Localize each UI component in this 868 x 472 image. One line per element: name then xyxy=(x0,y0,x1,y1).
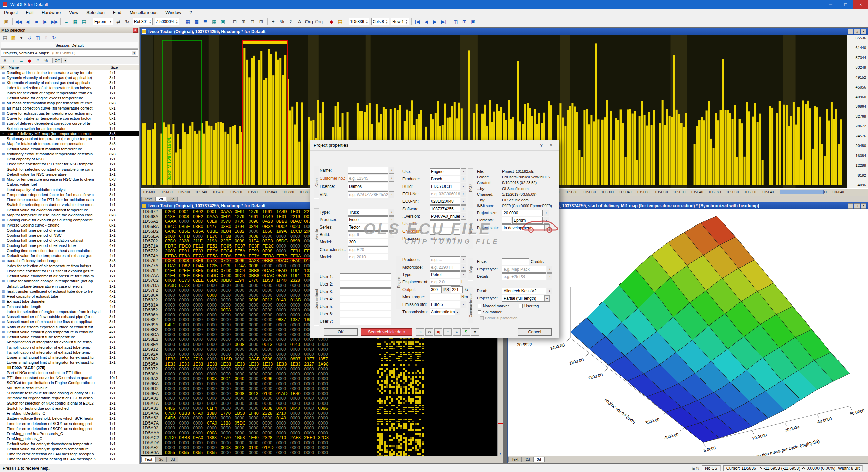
checkbox-user-tag[interactable]: User tag xyxy=(519,304,539,308)
view-map-icon[interactable]: ▦ xyxy=(210,17,219,26)
hex-cell[interactable]: 0000 xyxy=(318,411,332,416)
hex-cell[interactable]: 0DAC xyxy=(276,258,290,263)
hex-cell[interactable]: 01F4 xyxy=(165,268,179,273)
hex-cell[interactable]: 07D0 xyxy=(165,239,179,244)
hex-cell[interactable]: FE7A xyxy=(193,254,207,259)
map-list-item[interactable]: ▦air mass correction curve (for temperat… xyxy=(0,105,139,111)
build-input[interactable]: e.g. 6 xyxy=(348,231,388,238)
hex-cell[interactable]: 0000 xyxy=(318,342,332,347)
hex-cell[interactable]: 0000 xyxy=(249,401,262,406)
hex-cell[interactable]: 0B6A xyxy=(193,229,207,234)
hex-cell[interactable]: 1E33 xyxy=(179,357,193,362)
hex-cell[interactable]: 0000 xyxy=(179,337,193,342)
hex-cell[interactable]: 0000 xyxy=(249,450,262,455)
hex-cell[interactable]: FF33 xyxy=(193,249,207,254)
rotation-spinner[interactable]: Rot:30°▲▼ xyxy=(133,18,153,25)
tab-3d[interactable]: 3d xyxy=(533,457,545,462)
hex-cell[interactable]: 02EE xyxy=(193,278,207,283)
hex-cell[interactable]: 0008 xyxy=(249,298,262,303)
hex-cell[interactable]: 0000 xyxy=(262,332,276,337)
hex-cell[interactable]: 0000 xyxy=(262,303,276,308)
close-button[interactable]: × xyxy=(853,0,868,9)
hex-cell[interactable]: 0000 xyxy=(165,317,179,322)
hex-cell[interactable]: 0000 xyxy=(290,303,304,308)
hex-cell[interactable]: 0000 xyxy=(290,445,304,450)
menu-window[interactable]: Window xyxy=(161,9,185,16)
hex-cell[interactable]: 0000 xyxy=(262,426,276,431)
hex-cell[interactable]: 0000 xyxy=(235,317,249,322)
hex-cell[interactable]: 0000 xyxy=(276,337,290,342)
hexdump-overview-titlebar[interactable]: Iveco Tector (Original), 1037374255, Hex… xyxy=(141,28,868,35)
hex-cell[interactable]: 1B58 xyxy=(235,411,249,416)
hex-cell[interactable]: 0004 xyxy=(276,406,290,411)
menu-hardware[interactable]: Hardware xyxy=(38,9,65,16)
hex-cell[interactable]: FC95 xyxy=(207,263,221,269)
hex-cell[interactable]: 0096 xyxy=(262,376,276,381)
hex-cell[interactable]: 0000 xyxy=(235,337,249,342)
hex-cell[interactable]: 0D02 xyxy=(276,224,290,229)
hex-cell[interactable]: 0000 xyxy=(262,401,276,406)
hex-cell[interactable]: 0BB8 xyxy=(179,435,193,440)
hex-cell[interactable]: 0BB8 xyxy=(262,258,276,263)
map-list-item[interactable]: ▦Cooling half-time period of exhaust tub… xyxy=(0,243,139,248)
vin-input[interactable]: e.g. WAUZZZ8E25A23... xyxy=(348,191,388,198)
cols-spinner[interactable]: Cols:8▲▼ xyxy=(371,18,389,25)
hex-cell[interactable]: 0E91 xyxy=(235,209,249,214)
hex-cell[interactable]: 0000 xyxy=(290,426,304,431)
hex-cell[interactable]: 0000 xyxy=(179,347,193,352)
hex-cell[interactable]: 05DC xyxy=(207,273,221,278)
hex-cell[interactable]: 0000 xyxy=(290,372,304,377)
hex-cell[interactable]: 0000 xyxy=(276,327,290,332)
hex-cell[interactable]: 0000 xyxy=(276,347,290,352)
hex-cell[interactable]: 0000 xyxy=(276,263,290,269)
hex-cell[interactable]: 1E33 xyxy=(179,362,193,367)
hex-cell[interactable]: 05DC xyxy=(235,421,249,426)
menu-[interactable]: ? xyxy=(185,9,196,16)
user6-input[interactable] xyxy=(340,311,391,317)
map-list-item[interactable]: ▦Nusselt number of flow outside exhaust … xyxy=(0,314,139,319)
hex-cell[interactable]: 05DC xyxy=(276,239,290,244)
hex-cell[interactable]: 3A98 xyxy=(318,362,332,367)
hex-cell[interactable]: 03B0 xyxy=(221,224,235,229)
hex-cell[interactable]: 0BB8 xyxy=(249,273,262,278)
map-list-item[interactable]: ▦PT1 time constant curve for NOx emissio… xyxy=(0,375,139,380)
hex-cell[interactable]: 0000 xyxy=(221,416,235,421)
hex-cell[interactable]: 0000 xyxy=(193,367,207,372)
map-list-item[interactable]: ▦Curve for intake air temperature correc… xyxy=(0,116,139,121)
hex-cell[interactable]: 0008 xyxy=(165,278,179,283)
hex-row[interactable]: 1D5A920000000000000000000000000000000000… xyxy=(141,426,377,431)
hex-cell[interactable]: 0000 xyxy=(193,386,207,391)
hex-cell[interactable]: 0000 xyxy=(262,431,276,436)
hex-cell[interactable]: 1A49 xyxy=(262,214,276,219)
hex-cell[interactable]: 1857 xyxy=(318,357,332,362)
hex-cell[interactable]: 0AAA xyxy=(221,209,235,214)
hex-cell[interactable]: 1082 xyxy=(235,229,249,234)
hex-cell[interactable]: 0000 xyxy=(276,440,290,446)
map-list-item[interactable]: Default value for catalyst upstream temp… xyxy=(0,446,139,451)
hex-cell[interactable]: 0000 xyxy=(249,367,262,372)
camera-icon[interactable]: ▣ xyxy=(692,466,695,471)
licence-input[interactable]: Damos xyxy=(348,183,388,190)
sw-version-input[interactable]: P340VA0_hhuebz xyxy=(430,213,460,220)
hex-cell[interactable]: 0000 xyxy=(235,347,249,352)
hex-cell[interactable]: 0355 xyxy=(193,450,207,455)
hex-cell[interactable]: 0000 xyxy=(179,421,193,426)
hex-cell[interactable]: 0000 xyxy=(221,401,235,406)
hex-cell[interactable]: 0013 xyxy=(235,445,249,450)
hex-cell[interactable]: 0000 xyxy=(207,381,221,387)
hex-cell[interactable]: 0000 xyxy=(221,391,235,396)
map-list-item[interactable]: Cooling half-time period of engine1x1 xyxy=(0,228,139,233)
col-narrow-icon[interactable]: ⊟ xyxy=(231,17,239,26)
hex-cell[interactable]: 0000 xyxy=(290,376,304,381)
hex-cell[interactable]: 0000 xyxy=(262,263,276,269)
model-input[interactable]: 300 xyxy=(348,239,388,245)
hex-row[interactable]: 1D5ADA0000000000000000000000000000000000… xyxy=(141,440,377,446)
map-list-item[interactable]: ▦Nusselt number of exhaust tube flow (no… xyxy=(0,319,139,324)
hex-cell[interactable]: FC95 xyxy=(221,244,235,249)
map-list-item[interactable]: ▦heat transfer coefficient of exhaust tu… xyxy=(0,289,139,294)
hex-cell[interactable]: 0000 xyxy=(290,352,304,357)
hex-cell[interactable]: 0008 xyxy=(207,293,221,298)
map-list-item[interactable]: SCRCat torque limitation in Engine Confi… xyxy=(0,380,139,385)
hex-cell[interactable]: 0000 xyxy=(318,421,332,426)
hex-cell[interactable]: 0000 xyxy=(179,440,193,446)
